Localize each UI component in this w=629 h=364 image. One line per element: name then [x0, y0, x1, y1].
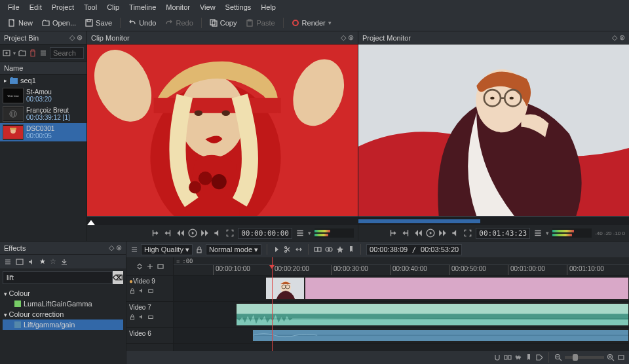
effects-category[interactable]: ▾ Colour — [3, 288, 123, 299]
panel-float-icon[interactable]: ◇ — [69, 33, 75, 42]
bin-search-input[interactable] — [50, 47, 84, 59]
paste-button[interactable]: Paste — [242, 18, 278, 28]
project-monitor-scrubber[interactable] — [358, 216, 629, 225]
rewind-icon[interactable] — [176, 228, 185, 238]
hide-icon[interactable] — [147, 314, 154, 320]
project-timecode[interactable]: 00:01:43:23 — [476, 228, 530, 239]
menu-timeline[interactable]: Timeline — [125, 2, 160, 12]
timeline-clip[interactable]: Volume (keyframable) — [236, 303, 629, 326]
menu-tool[interactable]: Tool — [80, 2, 101, 12]
forward-icon[interactable] — [438, 228, 448, 238]
mute-icon[interactable] — [138, 314, 145, 320]
fullscreen-icon[interactable] — [225, 228, 235, 238]
play-icon[interactable] — [426, 228, 435, 238]
menu-help[interactable]: Help — [257, 2, 280, 12]
track-lane[interactable] — [174, 328, 629, 344]
panel-float-icon[interactable]: ◇ — [109, 244, 114, 252]
audio-effects-icon[interactable] — [28, 258, 35, 266]
mix-icon[interactable] — [325, 246, 333, 253]
list-view-icon[interactable] — [39, 49, 47, 57]
add-folder-icon[interactable] — [18, 49, 26, 57]
forward-icon[interactable] — [200, 228, 210, 238]
expand-tracks-icon[interactable] — [136, 263, 143, 270]
timeline-clip[interactable] — [252, 329, 629, 342]
timeline-ruler[interactable]: ≡ :00 00:00:10:00 00:00:20:00 00:00:30:0… — [174, 257, 629, 276]
effects-category[interactable]: ▾ Colour correction — [3, 309, 123, 319]
waveforms-icon[interactable] — [514, 354, 522, 361]
menu-view[interactable]: View — [196, 2, 219, 12]
favorite-icon[interactable] — [336, 246, 344, 253]
redo-button[interactable]: Redo — [161, 18, 197, 28]
quality-select[interactable]: High Quality ▾ — [141, 244, 193, 255]
add-clip-icon[interactable] — [3, 49, 10, 57]
menu-monitor[interactable]: Monitor — [162, 2, 194, 12]
menu-file[interactable]: File — [4, 2, 24, 12]
track-header[interactable]: Video 6 — [126, 328, 173, 344]
video-effects-icon[interactable] — [16, 258, 24, 266]
mute-icon[interactable] — [138, 287, 145, 294]
mode-select[interactable]: Normal mode ▾ — [206, 244, 261, 255]
download-icon[interactable] — [60, 258, 68, 266]
clip-timecode[interactable]: 00:00:00:00 — [238, 228, 292, 239]
menu-icon[interactable] — [295, 228, 305, 238]
bin-item[interactable]: Françoiz Breut00:03:39:12 [1] — [0, 105, 86, 123]
menu-project[interactable]: Project — [48, 2, 78, 12]
bin-column-header[interactable]: Name — [0, 62, 86, 75]
favorite-outline-icon[interactable]: ☆ — [50, 257, 56, 266]
zoom-fit-icon[interactable] — [157, 263, 164, 270]
effects-search-input[interactable] — [3, 271, 113, 284]
lock-icon[interactable] — [195, 246, 203, 253]
menu-settings[interactable]: Settings — [221, 2, 256, 12]
bin-item[interactable]: Winter break St-Amou00:03:20 — [0, 86, 86, 105]
main-effects-icon[interactable] — [4, 258, 12, 266]
set-in-icon[interactable] — [389, 228, 398, 238]
tool-razor-icon[interactable] — [284, 246, 292, 253]
track-tool-icon[interactable] — [146, 263, 154, 270]
tool-select-icon[interactable] — [273, 246, 280, 253]
thumbnails-icon[interactable] — [504, 354, 512, 361]
set-out-icon[interactable] — [163, 228, 172, 238]
set-out-icon[interactable] — [401, 228, 410, 238]
track-lane[interactable] — [174, 276, 629, 302]
play-icon[interactable] — [188, 228, 197, 238]
track-header[interactable]: Video 7 — [126, 302, 173, 328]
lock-icon[interactable] — [129, 287, 136, 294]
markers-icon[interactable] — [525, 354, 533, 361]
timeline-tracks[interactable]: ≡ :00 00:00:10:00 00:00:20:00 00:00:30:0… — [174, 257, 629, 351]
expand-icon[interactable]: ▸ — [4, 77, 7, 84]
new-button[interactable]: New — [4, 18, 37, 28]
chevron-down-icon[interactable]: ▾ — [546, 230, 549, 236]
delete-icon[interactable] — [29, 49, 37, 57]
effect-item[interactable]: LumaLiftGainGamma — [3, 299, 123, 309]
open-button[interactable]: Open... — [38, 18, 80, 28]
menu-edit[interactable]: Edit — [26, 2, 46, 12]
save-button[interactable]: Save — [81, 18, 116, 28]
marker-icon[interactable] — [347, 246, 355, 253]
timeline-clip[interactable] — [265, 277, 305, 300]
clear-search-icon[interactable]: ⌫ — [113, 271, 123, 284]
clip-monitor-view[interactable] — [87, 45, 358, 216]
lock-icon[interactable] — [129, 314, 136, 320]
panel-close-icon[interactable]: ⊗ — [348, 33, 354, 42]
add-dropdown-icon[interactable]: ▾ — [13, 50, 16, 56]
panel-float-icon[interactable]: ◇ — [612, 33, 617, 42]
clip-monitor-scrubber[interactable] — [87, 216, 358, 225]
zoom-in-icon[interactable] — [607, 354, 615, 361]
menu-icon[interactable] — [533, 228, 543, 238]
tool-spacer-icon[interactable] — [295, 246, 303, 253]
volume-icon[interactable] — [213, 228, 222, 238]
favorite-icon[interactable]: ★ — [39, 257, 46, 266]
fit-zoom-icon[interactable] — [617, 354, 625, 361]
undo-button[interactable]: Undo — [124, 18, 160, 28]
rewind-icon[interactable] — [413, 228, 423, 238]
chevron-down-icon[interactable]: ▾ — [308, 230, 311, 236]
panel-close-icon[interactable]: ⊗ — [619, 33, 625, 42]
timeline-position[interactable]: 00:00:38:09 / 00:03:53:20 — [366, 244, 462, 255]
bin-sequence-row[interactable]: ▸ seq1 — [0, 75, 86, 86]
set-in-icon[interactable] — [151, 228, 160, 238]
snap-icon[interactable] — [493, 354, 501, 361]
fullscreen-icon[interactable] — [463, 228, 472, 238]
menu-clip[interactable]: Clip — [103, 2, 123, 12]
project-monitor-view[interactable] — [358, 45, 629, 216]
bin-item[interactable]: DSC030100:00:05 — [0, 123, 86, 141]
